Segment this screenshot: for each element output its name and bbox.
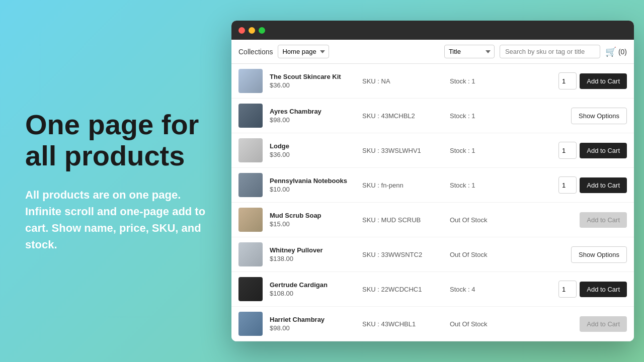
- product-stock: Stock : 1: [450, 147, 515, 154]
- product-row: Mud Scrub Soap $15.00 SKU : MUD SCRUBOut…: [231, 203, 634, 237]
- product-price: $138.00: [270, 255, 355, 262]
- product-price: $98.00: [270, 324, 355, 332]
- product-action: Add to Cart: [558, 281, 627, 298]
- add-to-cart-disabled-button: Add to Cart: [580, 316, 627, 332]
- product-action: Add to Cart: [580, 316, 627, 332]
- quantity-input[interactable]: [558, 176, 577, 194]
- product-action: Add to Cart: [580, 212, 627, 228]
- product-info: Gertrude Cardigan $108.00: [270, 281, 355, 297]
- product-sku: SKU : 33WWSNTC2: [362, 251, 443, 258]
- product-thumbnail: [238, 208, 263, 232]
- traffic-light-red[interactable]: [238, 27, 245, 34]
- quantity-input[interactable]: [558, 72, 577, 89]
- product-name: Gertrude Cardigan: [270, 281, 355, 289]
- add-to-cart-button[interactable]: Add to Cart: [580, 143, 627, 158]
- add-to-cart-button[interactable]: Add to Cart: [580, 73, 627, 89]
- main-subtext: All products are on one page. Infinite s…: [25, 187, 206, 253]
- product-name: Ayres Chambray: [270, 108, 355, 115]
- product-info: Mud Scrub Soap $15.00: [270, 212, 355, 228]
- product-info: Harriet Chambray $98.00: [270, 316, 355, 332]
- cart-wrapper: 🛒 (0): [605, 46, 627, 57]
- left-panel: One page for all products All products a…: [0, 79, 231, 283]
- product-row: The Scout Skincare Kit $36.00 SKU : NASt…: [231, 64, 634, 99]
- traffic-lights: [238, 27, 265, 34]
- app-content: Collections Home page Title 🛒 (0) The Sc…: [231, 40, 634, 341]
- product-action: Add to Cart: [558, 72, 627, 89]
- product-thumbnail: [238, 138, 263, 162]
- product-info: The Scout Skincare Kit $36.00: [270, 73, 355, 89]
- product-action: Show Options: [571, 108, 627, 124]
- title-select[interactable]: Title: [444, 45, 495, 58]
- product-list: The Scout Skincare Kit $36.00 SKU : NASt…: [231, 64, 634, 341]
- product-row: Gertrude Cardigan $108.00 SKU : 22WCDCHC…: [231, 272, 634, 307]
- product-info: Whitney Pullover $138.00: [270, 246, 355, 262]
- product-stock: Stock : 4: [450, 286, 515, 293]
- show-options-button[interactable]: Show Options: [571, 246, 627, 263]
- search-input[interactable]: [500, 45, 600, 58]
- quantity-input[interactable]: [558, 142, 577, 159]
- product-thumbnail: [238, 312, 263, 336]
- product-row: Whitney Pullover $138.00 SKU : 33WWSNTC2…: [231, 237, 634, 272]
- product-thumbnail: [238, 242, 263, 266]
- product-thumbnail: [238, 69, 263, 93]
- product-sku: SKU : MUD SCRUB: [362, 216, 443, 224]
- quantity-input[interactable]: [558, 281, 577, 298]
- product-stock: Out Of Stock: [450, 216, 515, 224]
- product-price: $10.00: [270, 186, 355, 193]
- product-sku: SKU : 33WSLWHV1: [362, 147, 443, 154]
- product-price: $36.00: [270, 151, 355, 158]
- product-action: Show Options: [571, 246, 627, 263]
- collections-label: Collections: [238, 48, 273, 56]
- product-name: The Scout Skincare Kit: [270, 73, 355, 80]
- product-thumbnail: [238, 104, 263, 128]
- traffic-light-green[interactable]: [259, 27, 265, 34]
- product-info: Lodge $36.00: [270, 142, 355, 158]
- product-thumbnail: [238, 277, 263, 301]
- add-to-cart-button[interactable]: Add to Cart: [580, 177, 627, 193]
- product-price: $108.00: [270, 290, 355, 297]
- main-headline: One page for all products: [25, 109, 206, 171]
- browser-titlebar: [231, 21, 634, 40]
- product-sku: SKU : NA: [362, 77, 443, 85]
- product-stock: Stock : 1: [450, 77, 515, 85]
- product-row: Lodge $36.00 SKU : 33WSLWHV1Stock : 1Add…: [231, 133, 634, 168]
- product-stock: Stock : 1: [450, 112, 515, 120]
- product-row: Ayres Chambray $98.00 SKU : 43MCHBL2Stoc…: [231, 99, 634, 133]
- product-stock: Stock : 1: [450, 182, 515, 189]
- add-to-cart-disabled-button: Add to Cart: [580, 212, 627, 228]
- product-row: Pennsylvania Notebooks $10.00 SKU : fn-p…: [231, 168, 634, 203]
- product-name: Pennsylvania Notebooks: [270, 177, 355, 185]
- add-to-cart-button[interactable]: Add to Cart: [580, 282, 627, 297]
- toolbar: Collections Home page Title 🛒 (0): [231, 40, 634, 64]
- product-price: $36.00: [270, 81, 355, 89]
- product-sku: SKU : fn-penn: [362, 182, 443, 189]
- product-thumbnail: [238, 173, 263, 197]
- product-stock: Out Of Stock: [450, 320, 515, 328]
- product-action: Add to Cart: [558, 176, 627, 194]
- product-sku: SKU : 43MCHBL2: [362, 112, 443, 120]
- cart-icon: 🛒: [605, 46, 616, 57]
- product-name: Harriet Chambray: [270, 316, 355, 323]
- product-stock: Out Of Stock: [450, 251, 515, 258]
- product-info: Pennsylvania Notebooks $10.00: [270, 177, 355, 193]
- product-action: Add to Cart: [558, 142, 627, 159]
- product-price: $98.00: [270, 116, 355, 124]
- show-options-button[interactable]: Show Options: [571, 108, 627, 124]
- traffic-light-yellow[interactable]: [249, 27, 255, 34]
- product-row: Harriet Chambray $98.00 SKU : 43WCHBL1Ou…: [231, 307, 634, 341]
- product-sku: SKU : 22WCDCHC1: [362, 286, 443, 293]
- product-price: $15.00: [270, 220, 355, 228]
- product-info: Ayres Chambray $98.00: [270, 108, 355, 124]
- cart-count: (0): [618, 48, 627, 56]
- product-name: Lodge: [270, 142, 355, 150]
- browser-window: Collections Home page Title 🛒 (0) The Sc…: [231, 21, 634, 341]
- product-sku: SKU : 43WCHBL1: [362, 320, 443, 328]
- collections-select[interactable]: Home page: [278, 45, 329, 58]
- product-name: Whitney Pullover: [270, 246, 355, 254]
- product-name: Mud Scrub Soap: [270, 212, 355, 219]
